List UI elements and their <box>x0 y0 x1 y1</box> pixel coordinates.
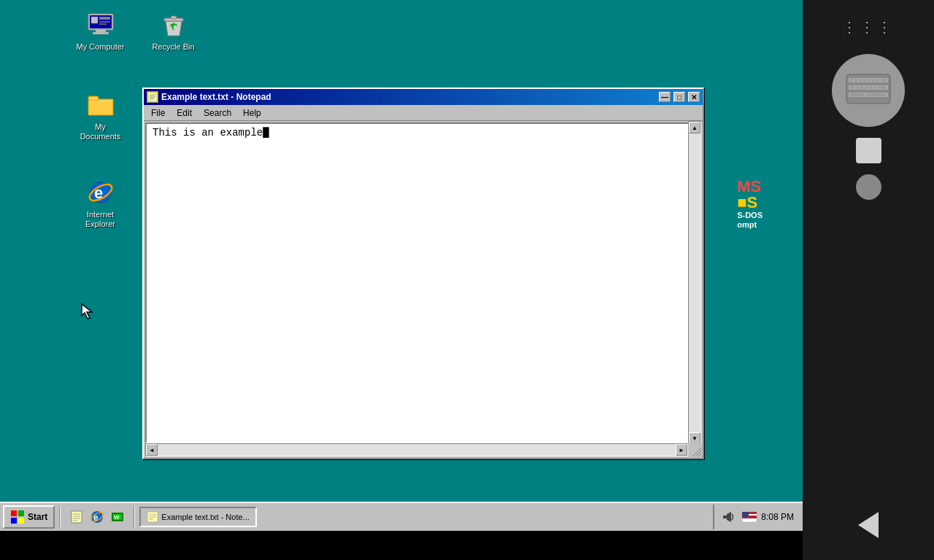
svg-rect-13 <box>88 96 99 101</box>
scroll-down-btn[interactable]: ▼ <box>689 432 700 444</box>
quick-launch-extra[interactable]: W <box>109 508 126 526</box>
svg-rect-59 <box>859 79 862 82</box>
svg-rect-58 <box>854 79 857 82</box>
svg-rect-60 <box>863 79 866 82</box>
right-panel-keyboard[interactable] <box>832 54 905 127</box>
right-panel-stop-btn[interactable] <box>856 138 881 163</box>
svg-marker-47 <box>727 512 731 522</box>
svg-rect-70 <box>873 86 876 89</box>
svg-line-24 <box>695 451 701 456</box>
notepad-title: Example text.txt - Notepad <box>161 92 656 102</box>
svg-rect-3 <box>93 32 109 34</box>
quick-launch-ie[interactable]: e <box>88 508 106 526</box>
svg-rect-31 <box>72 511 82 523</box>
svg-rect-57 <box>850 79 853 82</box>
menu-edit[interactable]: Edit <box>171 106 198 120</box>
start-button[interactable]: Start <box>3 505 55 529</box>
svg-rect-11 <box>171 16 177 19</box>
svg-rect-46 <box>723 516 727 518</box>
scroll-track-v[interactable] <box>689 133 700 432</box>
svg-rect-71 <box>878 86 887 89</box>
notepad-scrollbar-vertical[interactable]: ▲ ▼ <box>688 121 701 445</box>
svg-rect-66 <box>856 86 859 89</box>
svg-line-25 <box>698 454 701 456</box>
notepad-text-input[interactable]: This is an example█ <box>147 124 700 442</box>
mouse-cursor <box>80 303 95 320</box>
svg-rect-7 <box>99 21 110 23</box>
svg-marker-26 <box>82 304 92 319</box>
tray-volume-icon[interactable] <box>720 508 738 526</box>
svg-rect-64 <box>881 79 887 82</box>
svg-rect-18 <box>148 93 157 101</box>
desktop-icon-internet-explorer[interactable]: e Internet Explorer <box>73 175 128 232</box>
svg-text:W: W <box>114 514 120 521</box>
my-computer-label: My Computer <box>76 42 124 52</box>
svg-rect-29 <box>11 518 17 524</box>
taskbar-divider-1 <box>59 506 61 528</box>
msdos-label: MS ■S S-DOS ompt <box>737 179 763 230</box>
svg-rect-73 <box>866 93 887 96</box>
desktop-icon-my-documents[interactable]: My Documents <box>73 88 128 144</box>
desktop-icon-recycle-bin[interactable]: Recycle Bin <box>146 7 201 55</box>
recycle-bin-label: Recycle Bin <box>152 42 194 52</box>
svg-rect-65 <box>850 86 854 89</box>
notepad-window: Example text.txt - Notepad — □ ✕ File Ed… <box>142 88 704 459</box>
right-panel-circle-btn[interactable] <box>856 174 881 200</box>
svg-rect-69 <box>869 86 872 89</box>
resize-corner[interactable] <box>688 443 701 456</box>
desktop-icon-my-computer[interactable]: My Computer <box>73 7 128 55</box>
start-label: Start <box>28 512 47 522</box>
svg-rect-62 <box>872 79 875 82</box>
notepad-close-btn[interactable]: ✕ <box>688 92 700 102</box>
notepad-minimize-btn[interactable]: — <box>659 92 671 102</box>
svg-rect-68 <box>865 86 868 89</box>
notepad-window-icon <box>147 91 158 103</box>
taskbar-clock: 8:08 PM <box>761 512 794 522</box>
scroll-left-btn[interactable]: ◄ <box>146 444 158 456</box>
my-computer-icon <box>86 10 115 39</box>
menu-search[interactable]: Search <box>198 106 237 120</box>
notepad-scrollbar-horizontal[interactable]: ◄ ► <box>145 443 688 456</box>
notepad-content-area[interactable]: This is an example█ <box>145 122 701 443</box>
svg-rect-52 <box>742 512 749 517</box>
right-panel: ⋮⋮⋮ <box>803 0 934 560</box>
taskbar-divider-2 <box>134 506 135 528</box>
svg-rect-2 <box>96 30 106 32</box>
svg-rect-14 <box>90 101 112 102</box>
ie-label-line2: Explorer <box>85 219 115 229</box>
menu-help[interactable]: Help <box>237 106 267 120</box>
scroll-up-btn[interactable]: ▲ <box>689 122 700 133</box>
svg-rect-72 <box>850 93 865 96</box>
svg-rect-5 <box>91 17 98 23</box>
recycle-bin-icon <box>159 10 188 39</box>
svg-rect-8 <box>99 23 107 25</box>
taskbar: Start e <box>0 502 803 531</box>
right-panel-menu-dots[interactable]: ⋮⋮⋮ <box>842 18 895 36</box>
internet-explorer-icon: e <box>86 178 115 207</box>
scroll-right-btn[interactable]: ► <box>676 444 687 456</box>
notepad-titlebar[interactable]: Example text.txt - Notepad — □ ✕ <box>144 89 703 105</box>
ie-label-line1: Internet <box>87 210 114 219</box>
taskbar-window-label: Example text.txt - Note... <box>161 513 249 521</box>
svg-rect-30 <box>18 518 24 524</box>
notepad-maximize-btn[interactable]: □ <box>674 92 685 102</box>
my-documents-icon <box>86 90 115 120</box>
my-documents-label: My Documents <box>76 122 125 141</box>
taskbar-window-button[interactable]: Example text.txt - Note... <box>139 507 256 527</box>
svg-rect-51 <box>742 517 757 518</box>
menu-file[interactable]: File <box>145 106 171 120</box>
tray-language-icon[interactable] <box>741 508 758 526</box>
svg-rect-67 <box>860 86 863 89</box>
quick-launch-notepad[interactable] <box>68 508 85 526</box>
desktop: My Computer Recycle Bin <box>0 0 803 531</box>
svg-rect-27 <box>11 510 17 516</box>
svg-rect-63 <box>876 79 879 82</box>
notepad-menubar: File Edit Search Help <box>144 105 703 121</box>
svg-rect-28 <box>18 510 24 516</box>
quick-launch-bar: e W <box>65 508 129 526</box>
right-panel-back-btn[interactable] <box>858 512 879 538</box>
system-tray: 8:08 PM <box>713 505 800 529</box>
scroll-track-h[interactable] <box>158 444 676 456</box>
svg-rect-61 <box>868 79 871 82</box>
svg-rect-6 <box>99 17 110 20</box>
